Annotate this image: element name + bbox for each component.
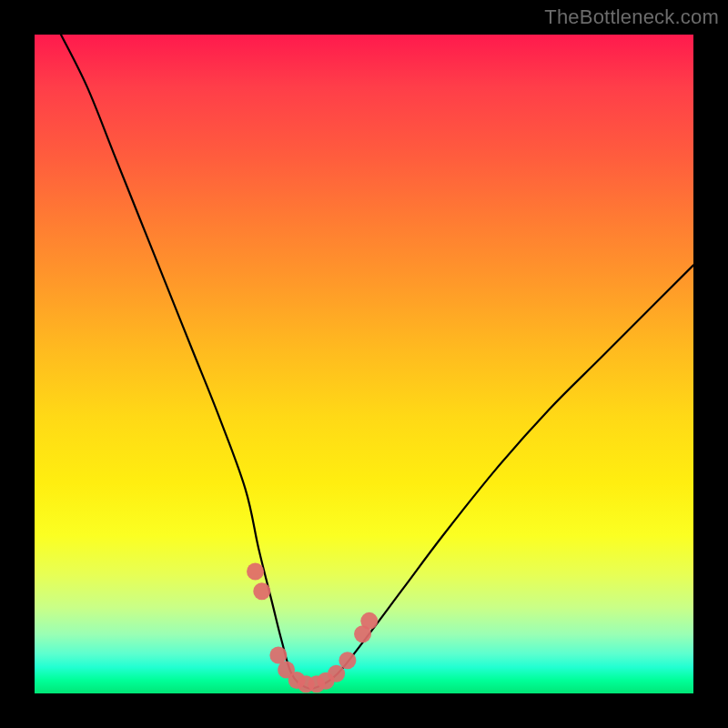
- marker-dot: [360, 612, 378, 630]
- bottleneck-curve: [61, 35, 693, 689]
- marker-dot: [269, 647, 287, 664]
- chart-svg: [35, 35, 693, 693]
- marker-dot: [247, 563, 264, 581]
- chart-frame: TheBottleneck.com: [0, 0, 728, 728]
- marker-dot: [339, 652, 356, 669]
- marker-dot: [253, 582, 270, 600]
- marker-dot: [328, 665, 345, 682]
- watermark-text: TheBottleneck.com: [544, 5, 719, 29]
- bottleneck-curve-path: [61, 35, 693, 689]
- plot-area: [35, 35, 693, 693]
